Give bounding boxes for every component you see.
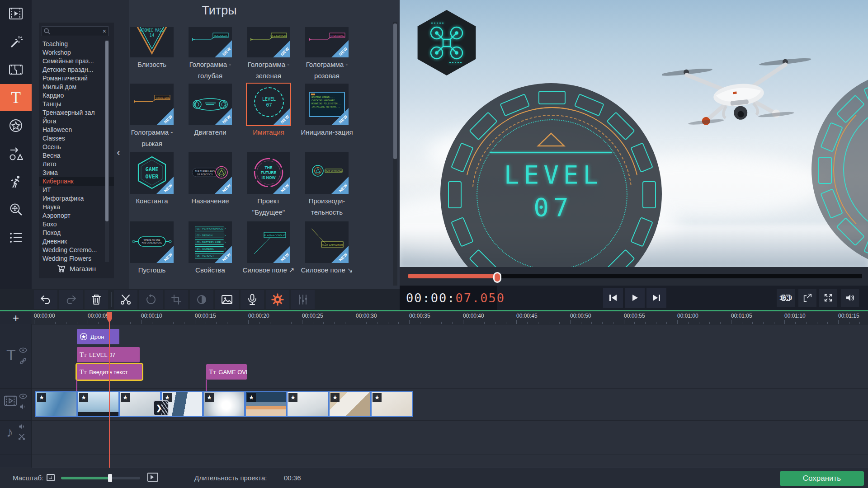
category-item[interactable]: Halloween	[39, 126, 107, 134]
play-button[interactable]	[625, 288, 645, 308]
previous-frame-button[interactable]	[603, 288, 623, 308]
title-card-thumbnail[interactable]: GAMEOVERNEW	[130, 152, 174, 194]
clip-properties-button[interactable]	[266, 290, 289, 309]
detach-player-button[interactable]	[798, 289, 816, 307]
redo-button[interactable]	[59, 290, 83, 309]
add-track-icon[interactable]: +	[13, 313, 19, 323]
sidebar-item-more-tools[interactable]	[0, 224, 32, 251]
category-item[interactable]: Инфографика	[39, 194, 107, 203]
search-input[interactable]: ×	[42, 26, 108, 36]
color-adjust-button[interactable]	[190, 290, 213, 309]
title-card-thumbnail[interactable]: LEVEL07NEW	[247, 84, 290, 125]
category-item[interactable]: Workshop	[39, 48, 107, 57]
timeline-title-clip[interactable]: TTLEVEL 07	[77, 347, 140, 362]
category-item[interactable]: Киберпанк	[39, 177, 114, 186]
title-card-thumbnail[interactable]: THEFUTUREIS NOWNEW	[247, 152, 290, 194]
seek-bar[interactable]	[408, 274, 862, 278]
sidebar-item-stickers[interactable]	[0, 112, 32, 139]
category-item[interactable]: Милый дом	[39, 83, 107, 91]
category-item[interactable]: Wedding Ceremo...	[39, 246, 107, 254]
timeline-video-clip[interactable]: ★	[77, 391, 119, 417]
category-item[interactable]: Йога	[39, 117, 107, 126]
undo-button[interactable]	[34, 290, 57, 309]
title-card-thumbnail[interactable]: PLASMA CONDUITNEW	[247, 221, 290, 263]
crop-button[interactable]	[165, 290, 188, 309]
grid-scrollbar-thumb[interactable]	[393, 23, 397, 159]
timeline-ruler[interactable]: + 00:00:0000:00:0500:00:1000:00:1500:00:…	[0, 311, 868, 324]
category-item[interactable]: Весна	[39, 151, 107, 160]
split-button[interactable]	[114, 290, 137, 309]
eye-icon[interactable]	[19, 393, 27, 399]
title-card-thumbnail[interactable]: FLUX CAPACITORNEW	[305, 221, 349, 263]
category-item[interactable]: Тренажерный зал	[39, 108, 107, 117]
title-card-thumbnail[interactable]: THE THREE LAWSOF ROBOTICSNEW	[189, 152, 232, 194]
title-card-thumbnail[interactable]: WHERE NO ONEHAS GONE BEFORENEW	[130, 221, 174, 263]
category-item[interactable]: Бохо	[39, 220, 107, 229]
sidebar-item-titles[interactable]: T	[0, 84, 32, 111]
category-item[interactable]: Танцы	[39, 100, 107, 108]
timeline-video-clip[interactable]: ★	[287, 391, 329, 417]
category-item[interactable]: Дневник	[39, 237, 107, 246]
category-item[interactable]: ИТ	[39, 186, 107, 194]
category-item[interactable]: Аэропорт	[39, 211, 107, 220]
timeline-video-clip[interactable]: ★	[371, 391, 413, 417]
zoom-out-film-icon[interactable]	[47, 474, 55, 481]
timeline-video-clip[interactable]: ★	[203, 391, 245, 417]
category-item[interactable]: Зима	[39, 169, 107, 177]
audio-levels-button[interactable]	[291, 290, 315, 309]
title-card-thumbnail[interactable]: NEW	[189, 84, 232, 125]
clear-search-icon[interactable]: ×	[103, 28, 106, 35]
aspect-ratio-button[interactable]: 16:9	[777, 289, 795, 307]
mute-icon[interactable]	[19, 403, 27, 410]
category-item[interactable]: Поход	[39, 229, 107, 237]
seek-handle[interactable]	[493, 272, 501, 283]
title-card-thumbnail[interactable]: HYDRAZINENEW	[305, 27, 349, 57]
insert-image-button[interactable]	[215, 290, 239, 309]
eye-icon[interactable]	[19, 347, 27, 353]
category-item[interactable]: Семейные праз...	[39, 57, 107, 66]
category-scrollbar-thumb[interactable]	[105, 41, 108, 221]
category-item[interactable]: Кардио	[39, 91, 107, 100]
title-card-thumbnail[interactable]: THRUSTERSNEW	[130, 84, 174, 125]
volume-button[interactable]	[841, 289, 859, 307]
category-scrollbar[interactable]	[105, 40, 109, 262]
playhead-line[interactable]	[109, 313, 110, 468]
zoom-slider-handle[interactable]	[108, 474, 112, 482]
title-card-thumbnail[interactable]: 01 - PERFORMANCE02 - DESIGN03 - BATTERY …	[189, 221, 232, 263]
category-item[interactable]: Лето	[39, 160, 107, 169]
category-item[interactable]: Teaching	[39, 40, 107, 48]
title-card-thumbnail[interactable]: BOOTING KERNEL...CHECKING HARDWARE...MOU…	[305, 84, 349, 125]
collapse-panel-icon[interactable]: ‹	[114, 143, 123, 163]
category-item[interactable]: Романтический	[39, 74, 107, 83]
category-item[interactable]: Детские праздн...	[39, 66, 107, 74]
sidebar-item-filters[interactable]	[0, 28, 32, 55]
link-icon[interactable]	[19, 357, 27, 365]
store-button[interactable]: Магазин	[39, 262, 114, 275]
title-card-thumbnail[interactable]: PERFORMANCENEW	[305, 152, 349, 194]
record-voiceover-button[interactable]	[241, 290, 264, 309]
title-card-thumbnail[interactable]: ATOMIC MASS14	[130, 27, 174, 57]
speaker-icon[interactable]	[18, 423, 26, 430]
grid-scrollbar[interactable]	[393, 22, 397, 286]
timeline-title-clip[interactable]: Дрон	[77, 329, 119, 344]
sidebar-item-import-media[interactable]	[0, 0, 32, 27]
next-frame-button[interactable]	[646, 288, 666, 308]
transition-icon[interactable]: ❯	[153, 400, 169, 416]
sidebar-item-pan-zoom[interactable]	[0, 196, 32, 223]
zoom-slider[interactable]	[61, 477, 140, 479]
timeline-video-clip[interactable]: ★	[329, 391, 371, 417]
sidebar-item-callouts[interactable]	[0, 140, 32, 167]
save-button[interactable]: Сохранить	[780, 471, 864, 486]
timeline-video-clip[interactable]: ★	[245, 391, 287, 417]
rotate-button[interactable]	[139, 290, 163, 309]
timeline-title-clip[interactable]: TTGAME OVER	[206, 364, 247, 380]
sidebar-item-animation[interactable]	[0, 168, 32, 195]
title-card-thumbnail[interactable]: HOLODECKNEW	[189, 27, 232, 57]
sidebar-item-transitions[interactable]	[0, 56, 32, 83]
timeline-video-clip[interactable]: ★	[35, 391, 77, 417]
category-item[interactable]: Classes	[39, 134, 107, 143]
title-card-thumbnail[interactable]: LIFE SUPPORTNEW	[247, 27, 290, 57]
fullscreen-button[interactable]	[819, 289, 837, 307]
category-item[interactable]: Осень	[39, 143, 107, 151]
detach-audio-icon[interactable]	[18, 433, 25, 440]
